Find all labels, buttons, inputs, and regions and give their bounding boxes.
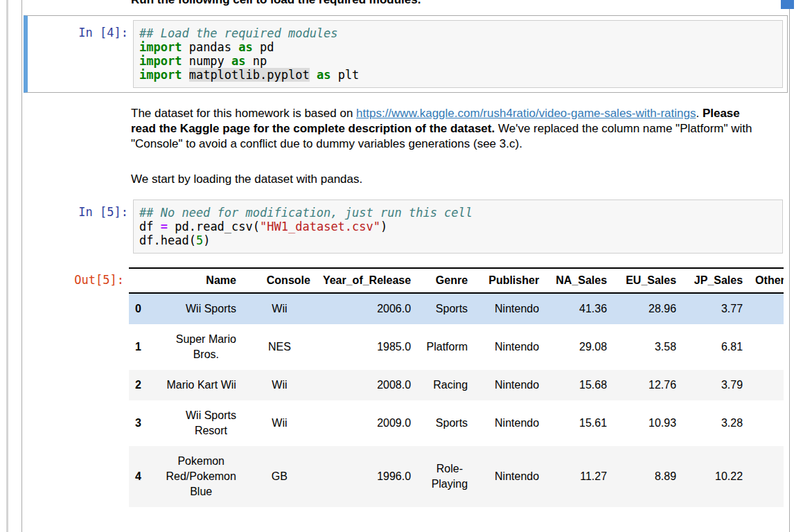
table-cell-text: Nintendo [495,469,539,484]
code-token: pd.read_csv( [168,220,260,233]
table-cell-text: Platform [427,339,468,355]
code-line: import pandas as pd [139,40,777,54]
table-cell-text: 15.61 [579,416,607,431]
table-cell-text: 2006.0 [377,301,411,317]
code-line: df = pd.read_csv("HW1_dataset.csv") [139,220,777,233]
code-token: import [139,40,182,54]
row-index: 2 [129,370,148,400]
table-cell: 1985.0 [317,324,417,370]
table-cell-text: 15.68 [579,378,607,393]
table-cell: Wii [242,400,317,446]
table-cell-text: Racing [433,378,468,393]
code-line: ## Load the required modules [139,26,777,40]
table-cell [749,400,784,446]
code-token [310,68,317,82]
code-token: import [139,68,182,82]
page-margin-line [6,0,8,532]
table-cell-text: Wii Sports [186,301,236,317]
code-token: "HW1_dataset.csv" [260,220,380,233]
table-cell-text: Nintendo [495,301,539,317]
code-cell-in4[interactable]: In [4]: ## Load the required modulesimpo… [24,15,788,93]
column-header: JP_Sales [682,268,749,293]
table-cell-text: Role- Playing [432,461,468,492]
table-cell: Platform [417,324,474,370]
table-cell-text: Nintendo [495,339,539,355]
column-header: Other_Sales [749,268,784,293]
markdown-cell[interactable]: We start by loading the dataset with pan… [131,172,754,187]
code-editor[interactable]: ## Load the required modulesimport panda… [133,20,783,88]
table-cell: 10.93 [613,400,682,446]
table-cell-text: 12.76 [648,378,676,393]
code-line: import matplotlib.pyplot as plt [139,68,777,82]
table-row: 3Wii Sports ResortWii2009.0SportsNintend… [129,400,784,446]
table-cell-text: NES [268,339,291,355]
table-cell-text: 6.81 [721,339,743,355]
code-token: numpy [182,54,231,68]
table-cell-text: 3.58 [655,339,676,355]
input-prompt: In [5]: [28,205,128,219]
code-line: ## No need for modification, just run th… [139,206,777,220]
code-token: plt [330,68,359,82]
column-header: Year_of_Release [317,268,417,293]
table-cell: 41.36 [545,293,613,324]
table-cell-text: 3.28 [721,416,743,431]
table-cell: 2008.0 [317,370,417,400]
row-index: 1 [129,324,148,370]
table-cell: 28.96 [613,293,682,324]
table-cell: 29.08 [545,324,613,370]
code-cell-in5[interactable]: In [5]: ## No need for modification, jus… [24,195,788,258]
table-cell-text: 3.79 [721,378,743,393]
code-editor[interactable]: ## No need for modification, just run th… [133,200,783,254]
table-cell-text: 11.27 [580,469,607,484]
output-prompt: Out[5]: [24,273,124,287]
kaggle-link[interactable]: https://www.kaggle.com/rush4ratio/video-… [356,107,696,120]
table-cell [749,324,784,370]
code-token: ## No need for modification, just run th… [139,206,473,220]
table-cell-text: Wii Sports Resort [186,408,236,438]
table-cell-text: 3.77 [721,301,743,317]
table-row: 4Pokemon Red/Pokemon BlueGB1996.0Role- P… [129,446,784,507]
row-index: 3 [129,400,148,446]
md-text: . [696,107,702,120]
table-cell: 10.22 [682,446,749,507]
column-header: Console [242,268,317,293]
column-header [129,268,148,293]
code-token: pd [253,40,274,54]
code-token [182,68,188,82]
code-token: import [139,54,182,68]
table-cell-text: 28.96 [648,301,676,317]
dataframe-table: NameConsoleYear_of_ReleaseGenrePublisher… [129,267,784,507]
table-cell-text: 2009.0 [377,416,411,431]
table-cell-text: 2008.0 [377,378,411,393]
table-cell-text: 1996.0 [377,469,411,484]
code-token: df [139,220,161,233]
table-cell-text: Wii [272,301,287,317]
code-token: as [317,68,330,82]
table-cell: 2009.0 [317,400,417,446]
code-token: ) [380,220,387,233]
output-area: Out[5]: NameConsoleYear_of_ReleaseGenreP… [24,267,788,507]
table-cell-text: Sports [436,416,468,431]
table-cell-text: 1985.0 [377,339,411,355]
table-cell: 15.61 [545,400,613,446]
table-cell: 1996.0 [317,446,417,507]
table-cell: Wii [242,293,317,324]
table-cell [749,293,784,324]
table-row: 2Mario Kart WiiWii2008.0RacingNintendo15… [129,370,784,400]
code-token: np [246,54,267,68]
code-line: import numpy as np [139,54,777,68]
table-cell [749,370,784,400]
dataframe-scroll-area[interactable]: NameConsoleYear_of_ReleaseGenrePublisher… [129,267,784,507]
table-cell: 8.89 [613,446,682,507]
table-cell-text: Sports [436,301,468,317]
code-token: = [161,220,168,233]
table-cell-text: Nintendo [495,378,539,393]
table-cell: GB [242,446,317,507]
table-row: 0Wii SportsWii2006.0SportsNintendo41.362… [129,293,784,324]
table-cell: 6.81 [682,324,749,370]
input-prompt: In [4]: [28,26,128,39]
markdown-cell[interactable]: The dataset for this homework is based o… [131,106,754,152]
table-row: 1Super Mario Bros.NES1985.0PlatformNinte… [129,324,784,370]
table-cell-text: 41.36 [579,301,607,317]
code-token: df.head( [139,233,196,247]
